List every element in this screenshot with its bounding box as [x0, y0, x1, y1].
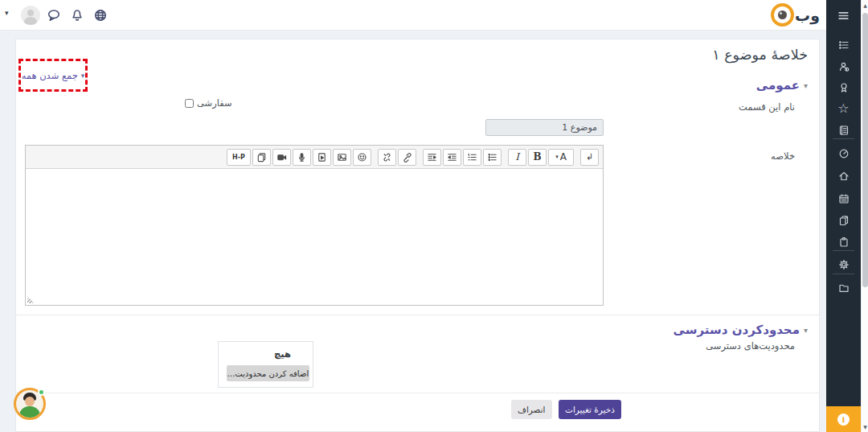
main-content-panel: خلاصهٔ موضوع ۱ ▾ جمع شدن همه ▾ عمومی نام… [15, 39, 820, 432]
custom-name-checkbox[interactable] [185, 99, 194, 108]
page-title: خلاصهٔ موضوع ۱ [712, 47, 808, 63]
info-button[interactable]: i [826, 406, 861, 432]
settings-icon[interactable] [826, 257, 861, 273]
italic-button[interactable]: I [508, 149, 526, 166]
toolbar-group-media: H-P [227, 149, 371, 166]
form-actions-divider [16, 393, 819, 393]
chevron-down-icon[interactable]: ▾ [5, 9, 9, 17]
folder-icon[interactable] [826, 280, 861, 296]
globe-icon[interactable] [92, 7, 108, 23]
scrollbar-thumb[interactable] [862, 13, 868, 287]
custom-name-checkbox-label: سفارشی [197, 97, 232, 109]
logo-text: وب [795, 6, 820, 24]
scroll-up-arrow[interactable]: ▲ [862, 2, 868, 8]
link-icon[interactable] [398, 149, 416, 166]
toolbar-group-format: I B ▾A [508, 149, 574, 166]
participants-icon[interactable] [826, 59, 861, 75]
unlink-icon[interactable] [378, 149, 396, 166]
logo-swirl-icon [771, 3, 794, 27]
ordered-list-icon[interactable] [463, 149, 481, 166]
bold-button[interactable]: B [528, 149, 547, 166]
restrict-access-section-title: محدودکردن دسترسی [674, 323, 800, 337]
sidebar-divider [833, 274, 854, 274]
general-section-title: عمومی [756, 78, 800, 93]
access-restrictions-label: محدودیت‌های دسترسی [706, 340, 795, 352]
sidebar-divider [833, 250, 854, 251]
indent-icon[interactable] [423, 149, 441, 166]
summary-editor: H-P I B ▾A [25, 145, 604, 306]
summary-label: خلاصه [771, 150, 795, 162]
image-icon[interactable] [333, 149, 351, 166]
bell-icon[interactable] [69, 7, 85, 23]
online-status-dot [38, 389, 45, 396]
section-name-label: نام این قسمت [739, 101, 795, 113]
calendar-icon[interactable] [826, 191, 861, 207]
private-files-icon[interactable] [826, 212, 861, 228]
collapse-all-link[interactable]: ▾ جمع شدن همه [22, 70, 85, 81]
site-logo[interactable]: وب [771, 3, 820, 27]
support-chat-widget[interactable] [14, 388, 46, 420]
save-changes-button[interactable]: ذخیرهٔ تغییرات [559, 400, 621, 419]
add-restriction-button[interactable]: اضافه کردن محدودیت... [227, 365, 309, 381]
collapse-all-label: جمع شدن همه [22, 70, 78, 81]
content-bank-icon[interactable] [826, 234, 861, 250]
chevron-down-icon: ▾ [81, 72, 85, 80]
chevron-down-icon: ▾ [804, 81, 808, 90]
section-divider [16, 315, 819, 315]
dashboard-icon[interactable] [826, 146, 861, 162]
emoji-icon[interactable] [353, 149, 371, 166]
editor-toolbar: H-P I B ▾A [26, 146, 603, 169]
home-icon[interactable] [826, 168, 861, 184]
competencies-icon[interactable]: ☆ [826, 101, 861, 117]
course-index-icon[interactable] [826, 37, 861, 53]
window-scrollbar: ▲ ▼ [861, 0, 868, 432]
restrictions-box: هیچ اضافه کردن محدودیت... [218, 341, 313, 388]
toolbar-group-collapse: ↲ [580, 149, 599, 166]
topbar: ▾ وب [0, 0, 826, 31]
section-name-input[interactable] [485, 119, 604, 136]
custom-name-checkbox-row[interactable]: سفارشی [185, 97, 232, 109]
video-icon[interactable] [272, 149, 291, 166]
info-icon: i [837, 413, 850, 426]
nav-drawer: ☆ i [826, 0, 861, 432]
section-header-general[interactable]: ▾ عمومی [756, 78, 808, 93]
annotation-red-dashed-box: ▾ جمع شدن همه [18, 59, 88, 92]
menu-icon[interactable] [826, 7, 861, 23]
scroll-down-arrow[interactable]: ▼ [862, 424, 868, 430]
media-file-icon[interactable] [313, 149, 331, 166]
badges-icon[interactable] [826, 80, 861, 96]
editor-resize-handle[interactable] [27, 296, 35, 303]
collapse-toolbar-button[interactable]: ↲ [580, 149, 599, 166]
h5p-button[interactable]: H-P [227, 149, 251, 166]
toolbar-group-links [378, 149, 416, 166]
outdent-icon[interactable] [443, 149, 461, 166]
user-avatar[interactable] [21, 6, 40, 25]
cancel-button[interactable]: انصراف [511, 400, 552, 419]
restrictions-none-value: هیچ [274, 348, 291, 360]
sidebar-divider [833, 138, 854, 139]
avatar-head [27, 10, 34, 16]
editor-text-area[interactable] [26, 169, 603, 305]
font-style-button[interactable]: ▾A [548, 149, 574, 166]
chat-icon[interactable] [46, 7, 62, 23]
section-header-restrict-access[interactable]: ▾ محدودکردن دسترسی [674, 323, 808, 337]
unordered-list-icon[interactable] [483, 149, 502, 166]
grades-icon[interactable] [826, 122, 861, 138]
microphone-icon[interactable] [293, 149, 311, 166]
chevron-down-icon: ▾ [804, 326, 808, 335]
toolbar-group-lists [423, 149, 502, 166]
copy-icon[interactable] [252, 149, 271, 166]
avatar-body [24, 17, 37, 25]
